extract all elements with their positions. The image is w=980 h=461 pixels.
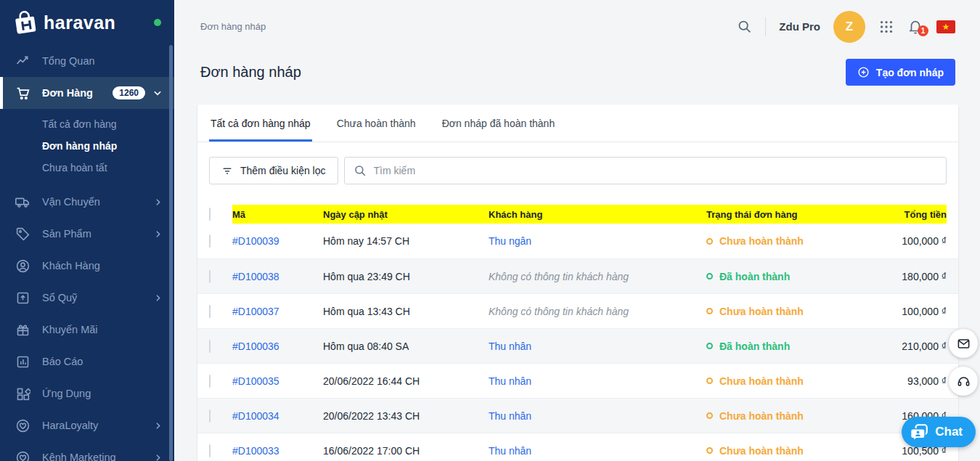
status-ring-icon (706, 238, 713, 245)
row-checkbox[interactable] (209, 375, 211, 388)
add-filter-button[interactable]: Thêm điều kiện lọc (209, 157, 338, 184)
sidebar-item-kenh-marketing[interactable]: Kênh Marketing (0, 441, 174, 461)
status-label: Chưa hoàn thành (719, 235, 804, 247)
sidebar-item-don-hang[interactable]: Đơn Hàng 1260 (0, 77, 174, 109)
table-row[interactable]: #D100037 Hôm qua 13:43 CH Không có thông… (197, 293, 958, 328)
customer-cell[interactable]: Thu nhân (489, 445, 531, 457)
customer-cell[interactable]: Thu nhân (489, 410, 531, 422)
order-count-badge: 1260 (113, 86, 145, 99)
sidebar-item-haraloyalty[interactable]: HaraLoyalty (0, 409, 174, 441)
status-label: Chưa hoàn thành (719, 306, 804, 317)
total-cell: 100,000 ₫ (881, 306, 947, 317)
page-title: Đơn hàng nháp (200, 64, 301, 81)
order-id-link[interactable]: #D100034 (232, 410, 279, 422)
chevron-right-icon (153, 453, 163, 461)
search-icon (354, 164, 367, 177)
table-toolbar: Thêm điều kiện lọc (197, 142, 958, 203)
sidebar-item-label: HaraLoyalty (42, 420, 98, 431)
order-id-link[interactable]: #D100033 (232, 445, 279, 457)
sidebar-scrollbar[interactable] (169, 45, 173, 461)
table-row[interactable]: #D100035 20/06/2022 16:44 CH Thu nhân Ch… (197, 363, 958, 398)
sidebar-item-khach-hang[interactable]: Khách Hàng (0, 250, 174, 282)
sidebar-item-san-pham[interactable]: Sản Phẩm (0, 218, 174, 250)
order-id-link[interactable]: #D100039 (232, 235, 279, 247)
column-header-customer: Khách hàng (489, 205, 706, 224)
notification-bell-icon[interactable]: 1 (907, 19, 923, 35)
chat-button[interactable]: Chat (902, 417, 976, 447)
table-row[interactable]: #D100033 16/06/2022 17:00 CH Thu nhân Ch… (197, 433, 958, 461)
sidebar-item-bao-cao[interactable]: Báo Cáo (0, 346, 174, 378)
table-row[interactable]: #D100039 Hôm nay 14:57 CH Thu ngân Chưa … (197, 224, 958, 258)
row-checkbox[interactable] (209, 444, 211, 457)
sidebar-item-ung-dung[interactable]: Ứng Dụng (0, 378, 174, 409)
brand-logo[interactable]: haravan (0, 0, 174, 45)
status-label: Đã hoàn thành (719, 271, 790, 282)
order-id-link[interactable]: #D100035 (232, 375, 279, 387)
updated-at-cell: Hôm qua 08:40 SA (323, 340, 489, 352)
heart-circle-icon (15, 449, 30, 461)
notification-count-badge: 1 (918, 25, 928, 36)
status-ring-icon (706, 273, 713, 280)
create-draft-order-button[interactable]: Tạo đơn nháp (846, 59, 955, 86)
user-name[interactable]: Zdu Pro (779, 20, 820, 33)
create-draft-order-label: Tạo đơn nháp (876, 67, 944, 78)
status-badge: Đã hoàn thành (706, 340, 881, 352)
tab-completed-drafts[interactable]: Đơn nháp đã hoàn thành (441, 105, 557, 142)
customer-cell[interactable]: Không có thông tin khách hàng (489, 271, 629, 282)
row-checkbox[interactable] (209, 234, 211, 248)
total-cell: 180,000 ₫ (881, 271, 947, 282)
order-id-link[interactable]: #D100037 (232, 306, 279, 317)
status-badge: Chưa hoàn thành (706, 445, 881, 457)
status-ring-icon (706, 412, 713, 419)
support-call-button[interactable] (949, 367, 978, 396)
report-icon (15, 354, 30, 370)
total-cell: 100,000 ₫ (881, 235, 947, 247)
chevron-right-icon (153, 421, 163, 431)
filter-icon (221, 165, 233, 176)
order-id-link[interactable]: #D100036 (232, 340, 279, 352)
store-status-dot (154, 19, 161, 26)
customer-cell[interactable]: Thu ngân (489, 235, 531, 247)
table-row[interactable]: #D100034 20/06/2022 13:43 CH Thu nhân Ch… (197, 398, 958, 433)
row-checkbox[interactable] (209, 340, 211, 353)
chat-button-label: Chat (935, 425, 963, 439)
table-row[interactable]: #D100038 Hôm qua 23:49 CH Không có thông… (197, 258, 958, 293)
tab-bar: Tất cả đơn hàng nháp Chưa hoàn thành Đơn… (197, 105, 958, 142)
select-all-checkbox[interactable] (209, 208, 211, 221)
status-badge: Đã hoàn thành (706, 271, 881, 282)
sidebar-item-khuyen-mai[interactable]: Khuyến Mãi (0, 314, 174, 346)
chevron-right-icon (153, 197, 163, 207)
order-id-link[interactable]: #D100038 (232, 271, 279, 282)
add-filter-label: Thêm điều kiện lọc (240, 165, 326, 176)
vietnam-flag-icon[interactable]: ★ (936, 20, 955, 33)
search-icon[interactable] (737, 19, 752, 34)
tab-all-draft-orders[interactable]: Tất cả đơn hàng nháp (209, 105, 312, 142)
sidebar-item-van-chuyen[interactable]: Vận Chuyển (0, 186, 174, 218)
sidebar-item-don-hang-nhap[interactable]: Đơn hàng nháp (0, 135, 174, 157)
customer-cell[interactable]: Thu nhân (489, 375, 531, 387)
table-row[interactable]: #D100036 Hôm qua 08:40 SA Thu nhân Đã ho… (197, 328, 958, 363)
sidebar-item-chua-hoan-tat[interactable]: Chưa hoàn tất (0, 157, 174, 179)
customer-cell[interactable]: Thu nhân (489, 340, 531, 352)
row-checkbox[interactable] (209, 409, 211, 423)
table-header-row: Mã Ngày cập nhật Khách hàng Trạng thái đ… (197, 205, 958, 224)
sidebar-item-so-quy[interactable]: Sổ Quỹ (0, 282, 174, 314)
table-body: #D100039 Hôm nay 14:57 CH Thu ngân Chưa … (197, 224, 958, 461)
sidebar-item-tong-quan[interactable]: Tổng Quan (0, 45, 174, 77)
row-checkbox[interactable] (209, 305, 211, 318)
customer-cell[interactable]: Không có thông tin khách hàng (489, 306, 629, 317)
status-badge: Chưa hoàn thành (706, 375, 881, 387)
draft-orders-card: Tất cả đơn hàng nháp Chưa hoàn thành Đơn… (197, 105, 958, 461)
sidebar-item-label: Khách Hàng (42, 260, 100, 272)
avatar[interactable]: Z (833, 11, 865, 43)
apps-menu-icon[interactable] (878, 19, 894, 35)
row-checkbox[interactable] (209, 270, 211, 283)
chevron-down-icon (152, 88, 163, 98)
sidebar-item-tat-ca-don-hang[interactable]: Tất cả đơn hàng (0, 113, 174, 135)
updated-at-cell: 20/06/2022 16:44 CH (323, 375, 489, 387)
sidebar-item-label: Tổng Quan (42, 55, 95, 67)
status-label: Chưa hoàn thành (719, 445, 804, 457)
email-support-button[interactable] (949, 329, 978, 358)
tab-incomplete[interactable]: Chưa hoàn thành (335, 105, 417, 142)
search-input[interactable] (374, 165, 937, 176)
